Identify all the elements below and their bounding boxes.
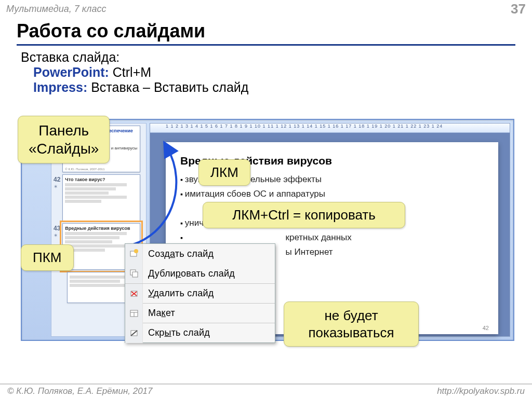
slide-number-footer: 42 bbox=[483, 325, 489, 331]
slide-thumbnail[interactable]: Что такое вирус? bbox=[62, 174, 140, 221]
ctx-label: Макет bbox=[143, 308, 175, 319]
svg-rect-3 bbox=[132, 272, 138, 277]
svg-point-1 bbox=[134, 249, 138, 253]
ctx-label: Скрыть слайд bbox=[143, 327, 210, 338]
ctx-hide-slide[interactable]: Скрыть слайд bbox=[125, 323, 275, 342]
duplicate-icon bbox=[125, 264, 143, 283]
powerpoint-keyword: PowerPoint: bbox=[33, 65, 109, 79]
impress-keyword: Impress: bbox=[33, 80, 87, 94]
powerpoint-line: PowerPoint: Ctrl+M bbox=[0, 65, 532, 80]
course-name: Мультимедиа, 7 класс bbox=[6, 4, 106, 15]
powerpoint-shortcut: Ctrl+M bbox=[109, 65, 151, 79]
animation-icon: ✶ bbox=[54, 232, 60, 238]
copyright: © К.Ю. Поляков, Е.А. Ерёмин, 2017 bbox=[7, 386, 153, 396]
list-item: кретных данных bbox=[180, 232, 484, 243]
horizontal-ruler: 1 1 2 1 3 1 4 1 5 1 6 1 7 1 8 1 9 1 10 1… bbox=[150, 123, 510, 133]
ctx-delete-slide[interactable]: Удалить слайд bbox=[125, 283, 275, 303]
animation-icon: ✶ bbox=[54, 184, 60, 189]
callout-hidden: не будет показываться bbox=[284, 301, 419, 347]
illustration-canvas: – 41✶ Программное обеспечение Компьютерн… bbox=[18, 117, 516, 376]
ctx-label: Дублировать слайд bbox=[143, 268, 235, 279]
ctx-duplicate-slide[interactable]: Дублировать слайд bbox=[125, 264, 275, 283]
new-slide-icon bbox=[125, 244, 143, 264]
hide-icon bbox=[125, 323, 143, 343]
context-menu[interactable]: Создать слайд Дублировать слайд Удалить … bbox=[125, 243, 275, 343]
impress-path: Вставка – Вставить слайд bbox=[87, 80, 248, 94]
title-rule bbox=[17, 44, 515, 46]
insert-heading: Вставка слайда: bbox=[0, 50, 532, 65]
thumb-number: 42✶ bbox=[54, 174, 60, 189]
page-header: Мультимедиа, 7 класс 37 bbox=[0, 0, 532, 17]
thumb-number: 43✶ bbox=[54, 223, 60, 238]
slide-title: Работа со слайдами bbox=[0, 17, 532, 44]
app-inner: 41✶ Программное обеспечение Компьютерные… bbox=[51, 123, 510, 337]
ctx-label: Создать слайд bbox=[143, 249, 214, 259]
delete-icon bbox=[125, 284, 143, 304]
footer-url: http://kpolyakov.spb.ru bbox=[437, 386, 525, 396]
thumb-row: 42✶ Что такое вирус? bbox=[54, 174, 144, 221]
page-footer: © К.Ю. Поляков, Е.А. Ерёмин, 2017 http:/… bbox=[0, 383, 532, 398]
impress-line: Impress: Вставка – Вставить слайд bbox=[0, 80, 532, 95]
callout-lmb-ctrl: ЛКМ+Ctrl = копировать bbox=[203, 202, 405, 228]
layout-icon bbox=[125, 304, 143, 323]
callout-slides-panel: Панель «Слайды» bbox=[18, 116, 110, 163]
list-item: имитация сбоев ОС и аппаратуры bbox=[180, 189, 484, 199]
ctx-new-slide[interactable]: Создать слайд bbox=[125, 244, 275, 264]
callout-lmb: ЛКМ bbox=[198, 159, 250, 186]
callout-rmb: ПКМ bbox=[21, 244, 74, 271]
ctx-layout[interactable]: Макет bbox=[125, 303, 275, 323]
ctx-label: Удалить слайд bbox=[143, 288, 214, 299]
page-number: 37 bbox=[511, 1, 526, 17]
